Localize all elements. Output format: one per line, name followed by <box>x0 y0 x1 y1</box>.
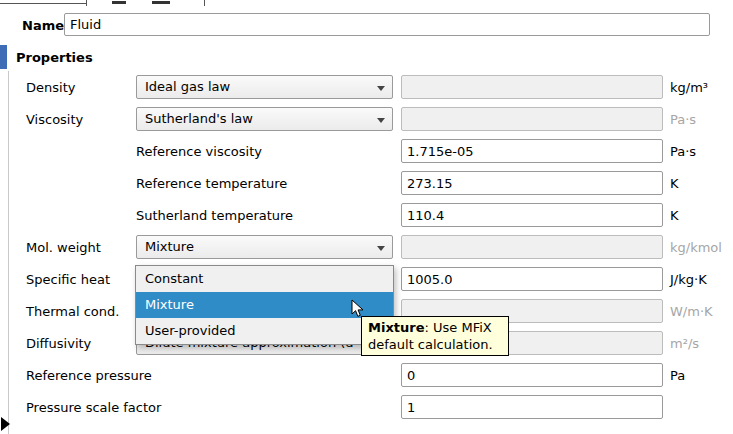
sutherland-temperature-unit: K <box>663 208 733 223</box>
density-model-value: Ideal gas law <box>145 79 230 94</box>
reference-viscosity-unit: Pa·s <box>663 144 733 159</box>
mol-weight-label: Mol. weight <box>26 240 136 255</box>
viscosity-value-field <box>401 107 663 131</box>
corner-arrow-marker <box>1 417 10 431</box>
reference-viscosity-row: Reference viscosity Pa·s <box>26 135 733 167</box>
tab-label-fragment <box>152 1 170 4</box>
dropdown-item-constant[interactable]: Constant <box>136 266 393 292</box>
mol-weight-row: Mol. weight Mixture kg/kmol <box>26 231 733 263</box>
reference-temperature-row: Reference temperature K <box>26 167 733 199</box>
density-unit: kg/m³ <box>663 80 733 95</box>
density-row: Density Ideal gas law kg/m³ <box>26 71 733 103</box>
reference-pressure-unit: Pa <box>663 368 733 383</box>
reference-viscosity-label: Reference viscosity <box>26 144 393 159</box>
reference-pressure-label: Reference pressure <box>26 368 393 383</box>
viscosity-label: Viscosity <box>26 112 136 127</box>
pressure-scale-factor-row: Pressure scale factor <box>26 391 733 423</box>
name-input[interactable] <box>64 13 710 36</box>
pressure-scale-factor-label: Pressure scale factor <box>26 400 393 415</box>
reference-temperature-input[interactable] <box>401 171 663 195</box>
sutherland-temperature-input[interactable] <box>401 203 663 227</box>
mol-weight-model-combo[interactable]: Mixture <box>136 235 393 259</box>
tab-edge-fragment <box>204 0 205 6</box>
section-accent-bar <box>0 45 7 69</box>
chevron-down-icon <box>377 86 385 91</box>
chevron-down-icon <box>377 118 385 123</box>
name-label: Name <box>22 18 64 33</box>
mol-weight-model-value: Mixture <box>145 239 194 254</box>
reference-viscosity-input[interactable] <box>401 139 663 163</box>
mol-weight-unit: kg/kmol <box>663 240 733 255</box>
specific-heat-label: Specific heat <box>26 272 136 287</box>
density-value-field <box>401 75 663 99</box>
pressure-scale-factor-input[interactable] <box>401 395 663 419</box>
tab-label-fragment <box>112 1 126 4</box>
tab-edge-fragment <box>86 0 87 6</box>
tooltip-term: Mixture <box>368 320 424 335</box>
reference-pressure-input[interactable] <box>401 363 663 387</box>
diffusivity-unit: m²/s <box>663 336 733 351</box>
reference-temperature-unit: K <box>663 176 733 191</box>
specific-heat-unit: J/kg·K <box>663 272 733 287</box>
viscosity-model-combo[interactable]: Sutherland's law <box>136 107 393 131</box>
properties-form: Density Ideal gas law kg/m³ Viscosity Su… <box>8 71 733 434</box>
section-title: Properties <box>16 50 93 65</box>
sutherland-temperature-label: Sutherland temperature <box>26 208 393 223</box>
viscosity-model-value: Sutherland's law <box>145 111 253 126</box>
reference-temperature-label: Reference temperature <box>26 176 393 191</box>
sutherland-temperature-row: Sutherland temperature K <box>26 199 733 231</box>
tab-bar-fragment <box>0 3 86 4</box>
dropdown-item-user-provided[interactable]: User-provided <box>136 318 393 344</box>
tooltip: Mixture: Use MFiX default calculation. <box>361 316 509 356</box>
mol-weight-value-field <box>401 235 663 259</box>
diffusivity-label: Diffusivity <box>26 336 136 351</box>
density-model-combo[interactable]: Ideal gas law <box>136 75 393 99</box>
reference-pressure-row: Reference pressure Pa <box>26 359 733 391</box>
viscosity-row: Viscosity Sutherland's law Pa·s <box>26 103 733 135</box>
chevron-down-icon <box>377 246 385 251</box>
thermal-cond-label: Thermal cond. <box>26 304 136 319</box>
specific-heat-input[interactable] <box>401 267 663 291</box>
density-label: Density <box>26 80 136 95</box>
thermal-cond-unit: W/m·K <box>663 304 733 319</box>
mouse-cursor-icon <box>351 299 369 321</box>
viscosity-unit: Pa·s <box>663 112 733 127</box>
